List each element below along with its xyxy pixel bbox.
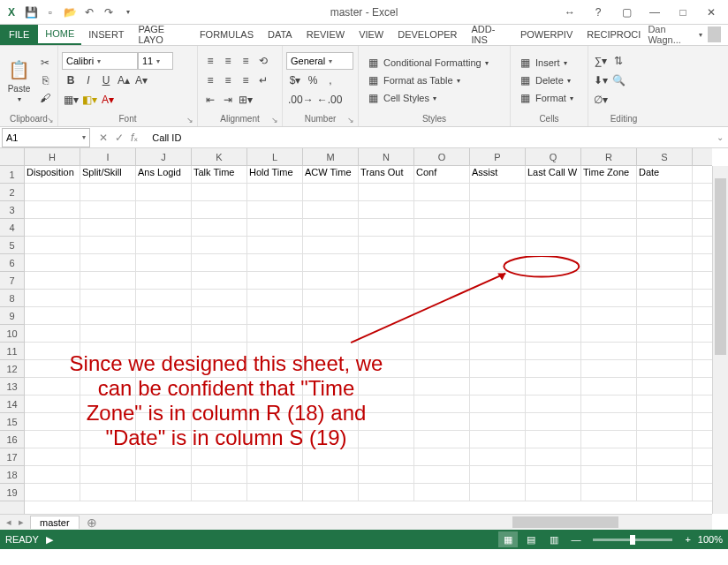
tab-insert[interactable]: INSERT <box>81 24 131 45</box>
tab-review[interactable]: REVIEW <box>300 24 352 45</box>
cell[interactable] <box>303 396 359 412</box>
cell[interactable] <box>470 466 526 483</box>
cell[interactable] <box>80 254 136 271</box>
cell[interactable] <box>192 307 247 324</box>
cell[interactable] <box>25 378 80 395</box>
cell[interactable] <box>414 466 470 483</box>
cell[interactable] <box>637 254 693 271</box>
cell[interactable] <box>581 448 637 465</box>
cell[interactable] <box>526 413 581 430</box>
macro-record-icon[interactable]: ▶ <box>46 534 53 546</box>
cell[interactable] <box>526 307 581 324</box>
cell[interactable] <box>25 184 80 200</box>
border-button[interactable]: ▦▾ <box>62 91 80 109</box>
tab-home[interactable]: HOME <box>38 24 81 45</box>
font-color-button[interactable]: A▾ <box>99 91 117 109</box>
sort-filter-button[interactable]: ⇅ <box>610 52 627 70</box>
shrink-font-button[interactable]: A▾ <box>133 72 150 89</box>
cell[interactable] <box>80 272 136 289</box>
cell[interactable] <box>581 184 637 200</box>
cell[interactable] <box>359 431 414 448</box>
cell[interactable] <box>303 413 359 430</box>
cell[interactable] <box>526 448 581 465</box>
cell[interactable] <box>80 307 136 324</box>
cell[interactable] <box>136 254 192 271</box>
cell[interactable]: Conf <box>414 166 470 183</box>
cell[interactable] <box>247 254 303 271</box>
underline-button[interactable]: U <box>97 72 115 89</box>
cell[interactable] <box>637 237 693 253</box>
cell[interactable]: Disposition <box>25 166 80 183</box>
cell[interactable] <box>581 343 637 359</box>
cell[interactable] <box>303 290 359 306</box>
cell[interactable] <box>136 219 192 236</box>
row-header[interactable]: 11 <box>0 343 24 360</box>
cell[interactable] <box>359 201 414 218</box>
cell[interactable] <box>414 343 470 359</box>
autosum-button[interactable]: ∑▾ <box>592 52 610 70</box>
cell[interactable] <box>581 413 637 430</box>
font-size-combo[interactable]: 11▾ <box>138 52 173 70</box>
merge-button[interactable]: ⊞▾ <box>237 91 254 109</box>
cell[interactable] <box>637 431 693 448</box>
cell[interactable] <box>359 448 414 465</box>
cell[interactable]: Date <box>637 166 693 183</box>
cell[interactable] <box>414 431 470 448</box>
cell[interactable] <box>414 272 470 289</box>
cell[interactable] <box>25 396 80 412</box>
cell[interactable] <box>470 219 526 236</box>
cell[interactable] <box>303 466 359 483</box>
cell[interactable] <box>192 396 247 412</box>
cell[interactable] <box>637 307 693 324</box>
fill-color-button[interactable]: ◧▾ <box>80 91 99 109</box>
cell[interactable] <box>637 413 693 430</box>
cell[interactable] <box>192 360 247 377</box>
increase-decimal-button[interactable]: .00→ <box>286 91 315 109</box>
qat-customize-icon[interactable]: ▾ <box>120 4 136 20</box>
cell[interactable] <box>526 343 581 359</box>
cell[interactable] <box>526 325 581 342</box>
clear-button[interactable]: ∅▾ <box>592 91 610 109</box>
align-right-button[interactable]: ≡ <box>237 72 254 89</box>
cell[interactable] <box>80 466 136 483</box>
cell[interactable] <box>303 431 359 448</box>
cell[interactable] <box>359 360 414 377</box>
cell[interactable] <box>637 484 693 501</box>
col-header-S[interactable]: S <box>637 148 693 165</box>
cell[interactable] <box>192 237 247 253</box>
row-header[interactable]: 13 <box>0 378 24 396</box>
cell[interactable] <box>359 396 414 412</box>
cell[interactable]: Split/Skill <box>80 166 136 183</box>
cell[interactable] <box>303 237 359 253</box>
col-header-I[interactable]: I <box>80 148 136 165</box>
cell[interactable] <box>192 343 247 359</box>
cell[interactable] <box>247 237 303 253</box>
copy-icon[interactable]: ⎘ <box>36 72 54 89</box>
cell[interactable] <box>637 290 693 306</box>
cell[interactable] <box>470 290 526 306</box>
cell[interactable] <box>136 307 192 324</box>
cell[interactable] <box>192 484 247 501</box>
cell[interactable] <box>192 431 247 448</box>
col-header-K[interactable]: K <box>192 148 247 165</box>
cell[interactable] <box>359 413 414 430</box>
cell[interactable] <box>581 290 637 306</box>
cell[interactable] <box>414 325 470 342</box>
cell[interactable] <box>414 307 470 324</box>
cell[interactable]: Trans Out <box>359 166 414 183</box>
cell[interactable] <box>192 378 247 395</box>
cell[interactable] <box>80 448 136 465</box>
vertical-scrollbar[interactable] <box>712 166 728 514</box>
paste-button[interactable]: 📋 Paste ▾ <box>4 57 34 103</box>
zoom-in-button[interactable]: + <box>681 534 694 545</box>
cell[interactable] <box>526 290 581 306</box>
row-header[interactable]: 4 <box>0 219 24 237</box>
hscroll-thumb[interactable] <box>512 516 618 528</box>
cell[interactable] <box>25 290 80 306</box>
cell[interactable] <box>136 184 192 200</box>
cell[interactable] <box>359 343 414 359</box>
cell[interactable] <box>359 290 414 306</box>
new-icon[interactable]: ▫ <box>42 4 58 20</box>
cell[interactable] <box>470 184 526 200</box>
col-header-M[interactable]: M <box>303 148 359 165</box>
